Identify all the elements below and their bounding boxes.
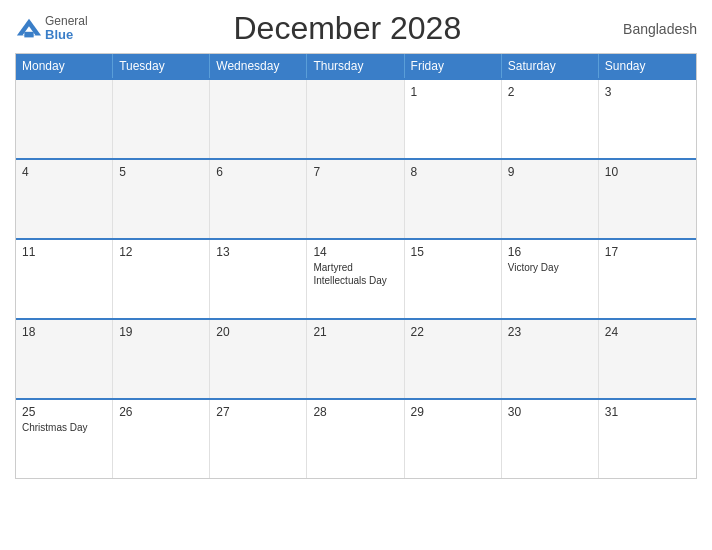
calendar-cell: 14Martyred Intellectuals Day — [307, 240, 404, 318]
day-number: 8 — [411, 165, 495, 179]
day-number: 11 — [22, 245, 106, 259]
day-number: 29 — [411, 405, 495, 419]
day-number: 30 — [508, 405, 592, 419]
holiday-label: Christmas Day — [22, 421, 106, 434]
calendar-cell: 17 — [599, 240, 696, 318]
weekday-header-wednesday: Wednesday — [210, 54, 307, 78]
day-number: 1 — [411, 85, 495, 99]
weekday-header-sunday: Sunday — [599, 54, 696, 78]
day-number: 25 — [22, 405, 106, 419]
country-label: Bangladesh — [607, 21, 697, 37]
weekday-header-saturday: Saturday — [502, 54, 599, 78]
day-number: 3 — [605, 85, 690, 99]
calendar-cell: 22 — [405, 320, 502, 398]
calendar-cell: 10 — [599, 160, 696, 238]
calendar-page: General Blue December 2028 Bangladesh Mo… — [0, 0, 712, 550]
logo-text: General Blue — [45, 15, 88, 42]
day-number: 20 — [216, 325, 300, 339]
month-title: December 2028 — [88, 10, 607, 47]
day-number: 24 — [605, 325, 690, 339]
holiday-label: Martyred Intellectuals Day — [313, 261, 397, 287]
calendar-cell: 19 — [113, 320, 210, 398]
calendar-cell: 6 — [210, 160, 307, 238]
calendar-cell — [16, 80, 113, 158]
day-number: 31 — [605, 405, 690, 419]
calendar-cell — [307, 80, 404, 158]
day-number: 5 — [119, 165, 203, 179]
holiday-label: Victory Day — [508, 261, 592, 274]
calendar-row-4: 18192021222324 — [16, 318, 696, 398]
calendar-cell: 23 — [502, 320, 599, 398]
calendar: MondayTuesdayWednesdayThursdayFridaySatu… — [15, 53, 697, 479]
day-number: 9 — [508, 165, 592, 179]
day-number: 2 — [508, 85, 592, 99]
day-number: 13 — [216, 245, 300, 259]
calendar-cell: 27 — [210, 400, 307, 478]
day-number: 17 — [605, 245, 690, 259]
calendar-cell: 29 — [405, 400, 502, 478]
calendar-cell: 28 — [307, 400, 404, 478]
day-number: 28 — [313, 405, 397, 419]
day-number: 23 — [508, 325, 592, 339]
page-header: General Blue December 2028 Bangladesh — [15, 10, 697, 47]
calendar-cell: 11 — [16, 240, 113, 318]
calendar-cell: 30 — [502, 400, 599, 478]
day-number: 26 — [119, 405, 203, 419]
calendar-cell: 2 — [502, 80, 599, 158]
calendar-header: MondayTuesdayWednesdayThursdayFridaySatu… — [16, 54, 696, 78]
calendar-body: 1234567891011121314Martyred Intellectual… — [16, 78, 696, 478]
calendar-row-5: 25Christmas Day262728293031 — [16, 398, 696, 478]
day-number: 27 — [216, 405, 300, 419]
calendar-cell: 1 — [405, 80, 502, 158]
calendar-cell: 13 — [210, 240, 307, 318]
calendar-cell: 8 — [405, 160, 502, 238]
day-number: 10 — [605, 165, 690, 179]
calendar-cell: 15 — [405, 240, 502, 318]
calendar-cell: 20 — [210, 320, 307, 398]
day-number: 21 — [313, 325, 397, 339]
day-number: 7 — [313, 165, 397, 179]
calendar-cell: 24 — [599, 320, 696, 398]
day-number: 14 — [313, 245, 397, 259]
calendar-cell: 12 — [113, 240, 210, 318]
day-number: 15 — [411, 245, 495, 259]
weekday-header-friday: Friday — [405, 54, 502, 78]
calendar-cell: 26 — [113, 400, 210, 478]
calendar-row-2: 45678910 — [16, 158, 696, 238]
calendar-cell: 5 — [113, 160, 210, 238]
svg-rect-2 — [24, 31, 33, 37]
logo: General Blue — [15, 15, 88, 43]
calendar-cell: 21 — [307, 320, 404, 398]
calendar-cell: 18 — [16, 320, 113, 398]
calendar-cell: 3 — [599, 80, 696, 158]
calendar-cell: 16Victory Day — [502, 240, 599, 318]
calendar-row-3: 11121314Martyred Intellectuals Day1516Vi… — [16, 238, 696, 318]
weekday-header-tuesday: Tuesday — [113, 54, 210, 78]
day-number: 16 — [508, 245, 592, 259]
calendar-cell: 7 — [307, 160, 404, 238]
calendar-cell — [113, 80, 210, 158]
day-number: 22 — [411, 325, 495, 339]
calendar-cell: 9 — [502, 160, 599, 238]
day-number: 4 — [22, 165, 106, 179]
day-number: 19 — [119, 325, 203, 339]
calendar-cell: 31 — [599, 400, 696, 478]
calendar-cell: 25Christmas Day — [16, 400, 113, 478]
calendar-cell: 4 — [16, 160, 113, 238]
day-number: 12 — [119, 245, 203, 259]
calendar-row-1: 123 — [16, 78, 696, 158]
logo-icon — [15, 15, 43, 43]
day-number: 18 — [22, 325, 106, 339]
calendar-cell — [210, 80, 307, 158]
weekday-header-thursday: Thursday — [307, 54, 404, 78]
day-number: 6 — [216, 165, 300, 179]
weekday-header-monday: Monday — [16, 54, 113, 78]
